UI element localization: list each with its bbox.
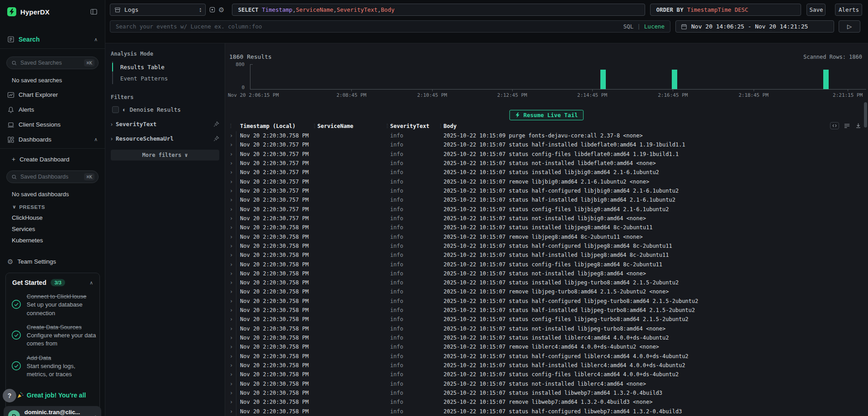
pin-icon[interactable] <box>213 136 219 142</box>
chevron-up-icon[interactable]: ∧ <box>94 37 98 43</box>
table-row[interactable]: ›Nov 20 2:20:30.758 PMinfo2025-10-22 10:… <box>225 315 859 324</box>
row-expand-chevron[interactable]: › <box>225 379 236 388</box>
sidebar-item-team-settings[interactable]: ⚙ Team Settings <box>0 258 105 265</box>
row-expand-chevron[interactable]: › <box>225 407 236 416</box>
table-row[interactable]: ›Nov 20 2:20:30.758 PMinfo2025-10-22 10:… <box>225 342 859 351</box>
table-row[interactable]: ›Nov 20 2:20:30.757 PMinfo2025-10-22 10:… <box>225 150 859 159</box>
results-scrollbar[interactable] <box>864 102 867 128</box>
chart-plot[interactable]: Nov 20 2:06:15 PM2:08:45 PM2:10:45 PM2:1… <box>250 64 866 90</box>
run-query-button[interactable]: ▷ <box>839 20 860 33</box>
denoise-results-toggle[interactable]: ◐ Denoise Results <box>111 106 219 113</box>
denoise-checkbox[interactable] <box>112 106 119 113</box>
row-expand-chevron[interactable]: › <box>225 352 236 361</box>
table-row[interactable]: ›Nov 20 2:20:30.758 PMinfo2025-10-22 10:… <box>225 333 859 342</box>
filter-group-severitytext[interactable]: › SeverityText <box>111 121 219 128</box>
get-started-step-sources[interactable]: Create Data Sources Configure where your… <box>6 323 99 348</box>
table-row[interactable]: ›Nov 20 2:20:30.758 PMinfo2025-10-22 10:… <box>225 269 859 278</box>
mode-sql[interactable]: SQL <box>623 23 634 30</box>
more-filters-button[interactable]: More filters ∨ <box>111 150 219 161</box>
row-expand-chevron[interactable]: › <box>225 205 236 214</box>
row-expand-chevron[interactable]: › <box>225 287 236 296</box>
table-row[interactable]: ›Nov 20 2:20:30.758 PMinfo2025-10-22 10:… <box>225 223 859 232</box>
download-icon[interactable] <box>855 123 862 129</box>
save-button[interactable]: Save <box>807 4 826 16</box>
sidebar-item-chart-explorer[interactable]: Chart Explorer <box>0 91 105 99</box>
row-expand-chevron[interactable]: › <box>225 131 236 140</box>
row-expand-chevron[interactable]: › <box>225 168 236 177</box>
table-row[interactable]: ›Nov 20 2:20:30.757 PMinfo2025-10-22 10:… <box>225 159 859 168</box>
row-expand-chevron[interactable]: › <box>225 342 236 351</box>
sql-select-editor[interactable]: SELECT Timestamp,ServiceName,SeverityTex… <box>232 4 645 16</box>
source-select[interactable]: Logs ▴▾ <box>110 4 206 16</box>
mode-results-table[interactable]: Results Table <box>113 61 219 73</box>
table-row[interactable]: ›Nov 20 2:20:30.757 PMinfo2025-10-22 10:… <box>225 168 859 177</box>
preset-kubernetes[interactable]: Kubernetes <box>0 237 105 244</box>
gear-icon[interactable]: ⚙ <box>218 6 224 14</box>
table-row[interactable]: ›Nov 20 2:20:30.758 PMinfo2025-10-22 10:… <box>225 407 859 416</box>
saved-searches-field[interactable] <box>20 60 84 66</box>
row-expand-chevron[interactable]: › <box>225 186 236 195</box>
user-profile-button[interactable]: D dominic.tran@clic... dominic.tran@clic… <box>4 406 101 416</box>
table-row[interactable]: ›Nov 20 2:20:30.757 PMinfo2025-10-22 10:… <box>225 140 859 149</box>
wrap-lines-icon[interactable] <box>844 123 850 129</box>
table-row[interactable]: ›Nov 20 2:20:30.757 PMinfo2025-10-22 10:… <box>225 214 859 223</box>
row-expand-chevron[interactable]: › <box>225 177 236 186</box>
column-header-body[interactable]: Body <box>442 123 859 130</box>
saved-dashboards-input[interactable]: ⌘K <box>6 170 99 183</box>
row-expand-chevron[interactable]: › <box>225 195 236 204</box>
code-view-icon[interactable] <box>830 122 839 129</box>
get-started-step-add-data[interactable]: Add Data Start sending logs, metrics, or… <box>6 354 99 378</box>
row-expand-chevron[interactable]: › <box>225 140 236 149</box>
column-header-severitytext[interactable]: SeverityText <box>389 123 442 130</box>
table-row[interactable]: ›Nov 20 2:20:30.757 PMinfo2025-10-22 10:… <box>225 195 859 204</box>
row-expand-chevron[interactable]: › <box>225 397 236 407</box>
row-expand-chevron[interactable]: › <box>225 361 236 370</box>
row-expand-chevron[interactable]: › <box>225 370 236 379</box>
table-row[interactable]: ›Nov 20 2:20:30.758 PMinfo2025-10-22 10:… <box>225 297 859 306</box>
table-row[interactable]: ›Nov 20 2:20:30.758 PMinfo2025-10-22 10:… <box>225 278 859 287</box>
row-expand-chevron[interactable]: › <box>225 232 236 241</box>
row-expand-chevron[interactable]: › <box>225 150 236 159</box>
table-row[interactable]: ›Nov 20 2:20:30.757 PMinfo2025-10-22 10:… <box>225 205 859 214</box>
chevron-up-icon[interactable]: ∧ <box>94 137 98 142</box>
histogram-bar[interactable] <box>672 70 677 89</box>
row-expand-chevron[interactable]: › <box>225 324 236 333</box>
histogram-bar[interactable] <box>600 70 606 89</box>
table-row[interactable]: ›Nov 20 2:20:30.758 PMinfo2025-10-22 10:… <box>225 260 859 269</box>
table-row[interactable]: ›Nov 20 2:20:30.758 PMinfo2025-10-22 10:… <box>225 397 859 407</box>
row-expand-chevron[interactable]: › <box>225 306 236 315</box>
sidebar-item-dashboards[interactable]: Dashboards ∧ <box>0 136 105 143</box>
table-row[interactable]: ›Nov 20 2:20:30.758 PMinfo2025-10-22 10:… <box>225 352 859 361</box>
presets-toggle[interactable]: ∨ PRESETS <box>0 204 105 210</box>
sidebar-item-client-sessions[interactable]: Client Sessions <box>0 121 105 128</box>
chevron-up-icon[interactable]: ∧ <box>90 280 93 286</box>
row-expand-chevron[interactable]: › <box>225 297 236 306</box>
saved-dashboards-field[interactable] <box>20 174 84 180</box>
table-row[interactable]: ›Nov 20 2:20:30.758 PMinfo2025-10-22 10:… <box>225 324 859 333</box>
table-row[interactable]: ›Nov 20 2:20:30.758 PMinfo2025-10-22 10:… <box>225 131 859 140</box>
time-range-picker[interactable]: Nov 20 14:06:25 - Nov 20 14:21:25 <box>675 20 834 33</box>
event-search-field[interactable] <box>116 23 623 30</box>
row-expand-chevron[interactable]: › <box>225 269 236 278</box>
row-expand-chevron[interactable]: › <box>225 315 236 324</box>
pin-icon[interactable] <box>213 121 219 127</box>
row-expand-chevron[interactable]: › <box>225 278 236 287</box>
sidebar-collapse-icon[interactable] <box>90 8 98 15</box>
row-expand-chevron[interactable]: › <box>225 241 236 251</box>
sidebar-item-search[interactable]: Search ∧ <box>0 35 105 43</box>
row-expand-chevron[interactable]: › <box>225 223 236 232</box>
preset-services[interactable]: Services <box>0 226 105 232</box>
table-row[interactable]: ›Nov 20 2:20:30.758 PMinfo2025-10-22 10:… <box>225 379 859 388</box>
table-row[interactable]: ›Nov 20 2:20:30.758 PMinfo2025-10-22 10:… <box>225 232 859 241</box>
table-row[interactable]: ›Nov 20 2:20:30.758 PMinfo2025-10-22 10:… <box>225 370 859 379</box>
table-row[interactable]: ›Nov 20 2:20:30.758 PMinfo2025-10-22 10:… <box>225 361 859 370</box>
help-button[interactable]: ? <box>3 389 16 402</box>
row-expand-chevron[interactable]: › <box>225 214 236 223</box>
filter-group-resourceschemaurl[interactable]: › ResourceSchemaUrl <box>111 135 219 142</box>
table-row[interactable]: ›Nov 20 2:20:30.758 PMinfo2025-10-22 10:… <box>225 306 859 315</box>
create-dashboard-button[interactable]: + Create Dashboard <box>0 156 105 163</box>
sidebar-item-alerts[interactable]: Alerts <box>0 106 105 113</box>
row-expand-chevron[interactable]: › <box>225 388 236 397</box>
table-row[interactable]: ›Nov 20 2:20:30.758 PMinfo2025-10-22 10:… <box>225 241 859 251</box>
order-by-editor[interactable]: ORDER BY TimestampTime DESC <box>650 4 801 16</box>
